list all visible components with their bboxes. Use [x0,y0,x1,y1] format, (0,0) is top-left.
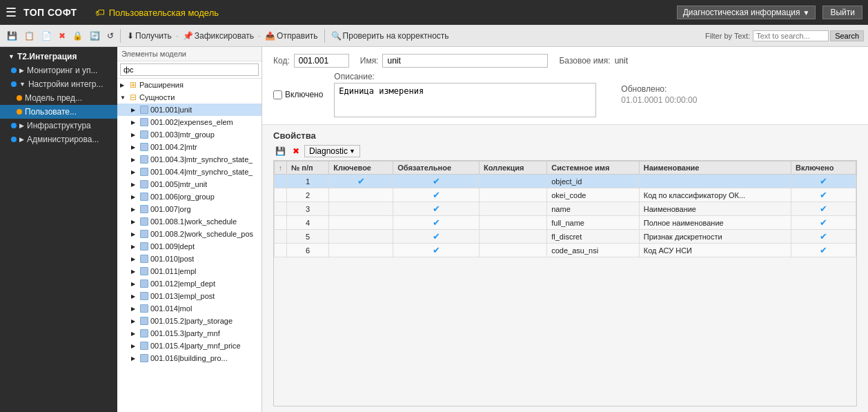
send-label: Отправить [277,31,318,41]
node-label: 001.015.4|party_mnf_price [150,342,241,350]
col-sysname[interactable]: Системное имя [547,161,639,175]
status-dot [17,95,22,101]
tree-node-001005[interactable]: ▶ 001.005|mtr_unit [117,178,262,190]
properties-section: Свойства 💾 ✖ Diagnostic ▼ ↑ № п/п Ключев… [262,125,868,412]
tree-node-0010044[interactable]: ▶ 001.004.4|mtr_synchro_state_ [117,166,262,178]
expand-icon: ▶ [120,82,127,88]
tree-node-0010042[interactable]: ▶ 001.004.2|mtr [117,141,262,153]
name-input[interactable] [382,54,548,68]
tree-node-0010152[interactable]: ▶ 001.015.2|party_storage [117,315,262,327]
table-row[interactable]: 5 ✔ fl_discret Признак дискретности ✔ [275,230,856,244]
cell-sort [275,230,287,244]
col-sort[interactable]: ↑ [275,161,287,175]
desc-field: Описание: Единица измерения [334,72,596,117]
props-delete-button[interactable]: ✖ [290,146,302,157]
send-button[interactable]: 📤 Отправить [262,30,321,42]
desc-textarea[interactable]: Единица измерения [334,83,596,117]
cell-displayname [639,175,791,188]
cell-key [329,216,393,230]
col-key[interactable]: Ключевое [329,161,393,175]
col-required[interactable]: Обязательное [393,161,480,175]
tree-node-0010154[interactable]: ▶ 001.015.4|party_mnf_price [117,340,262,352]
cell-sysname: fl_discret [547,230,639,244]
col-displayname[interactable]: Наименование [639,161,791,175]
cell-collection [479,188,546,202]
tree-node-001011[interactable]: ▶ 001.011|empl [117,265,262,277]
col-num[interactable]: № п/п [287,161,329,175]
props-save-button[interactable]: 💾 [273,146,288,157]
table-row[interactable]: 1 ✔ ✔ object_id ✔ [275,175,856,188]
check-icon: ✔ [820,245,827,255]
tree-node-0010153[interactable]: ▶ 001.015.3|party_mnf [117,327,262,340]
included-check[interactable] [273,90,282,99]
tree-node-001006[interactable]: ▶ 001.006|org_group [117,190,262,203]
filter-input[interactable] [753,30,829,41]
lock-button[interactable]: 🔒 [70,30,86,42]
tree-node-extensions[interactable]: ▶ ⊞ Расширения [117,79,262,91]
col-collection[interactable]: Коллекция [479,161,546,175]
expand-icon: ▶ [131,194,138,200]
check-icon: ✔ [820,190,827,200]
tree-node-0010082[interactable]: ▶ 001.008.2|work_schedule_pos [117,228,262,240]
search-button[interactable]: Search [830,30,864,41]
node-label: 001.015.2|party_storage [150,317,233,325]
get-button[interactable]: ⬇ Получить [124,30,175,42]
entity-icon [139,341,149,351]
refresh-button[interactable]: 🔄 [87,30,103,42]
expand-icon: ▶ [131,206,138,213]
included-checkbox[interactable]: Включено [273,90,323,99]
diagnostic-button[interactable]: Диагностическая информация ▼ [677,6,816,19]
menu-icon[interactable]: ☰ [6,5,17,20]
copy-button[interactable]: 📋 [21,30,37,42]
entity-icon [139,266,149,276]
sidebar-item-model[interactable]: Модель пред... [0,91,117,105]
table-row[interactable]: 2 ✔ okei_code Код по классификатору ОК..… [275,188,856,202]
exit-button[interactable]: Выйти [822,6,862,19]
entity-icon [139,254,149,264]
paste-button[interactable]: 📄 [39,30,55,42]
tree-node-0010043[interactable]: ▶ 001.004.3|mtr_synchro_state_ [117,153,262,166]
sidebar-item-monitoring[interactable]: ▶ Мониторинг и уп... [0,63,117,77]
tree-node-0010081[interactable]: ▶ 001.008.1|work_schedule [117,215,262,228]
sidebar-item-t2-integration[interactable]: ▼ Т2.Интеграция [0,50,117,63]
tree-node-001016[interactable]: ▶ 001.016|building_pro... [117,352,262,364]
diagnostic-dropdown-button[interactable]: Diagnostic ▼ [304,145,360,157]
entity-icon [139,117,149,127]
tree-node-001013[interactable]: ▶ 001.013|empl_post [117,290,262,302]
cell-num: 3 [287,202,329,216]
tree-body: ▶ ⊞ Расширения ▼ ⊟ Сущности ▶ 001.001|un… [117,79,262,412]
save-button[interactable]: 💾 [4,30,20,42]
entity-icon [139,217,149,226]
tree-node-001012[interactable]: ▶ 001.012|empl_dept [117,277,262,290]
tree-node-001007[interactable]: ▶ 001.007|org [117,203,262,215]
kod-input[interactable] [294,54,349,68]
tree-node-001002[interactable]: ▶ 001.002|expenses_elem [117,116,262,128]
check-icon: ✔ [820,217,827,228]
cell-displayname: Наименование [639,202,791,216]
tree-node-001014[interactable]: ▶ 001.014|mol [117,302,262,315]
undo-button[interactable]: ↺ [104,30,117,42]
node-label: 001.012|empl_dept [150,279,215,288]
col-included[interactable]: Включено [791,161,856,175]
table-row[interactable]: 6 ✔ code_asu_nsi Код АСУ НСИ ✔ [275,244,856,257]
sidebar-nav: ▼ Т2.Интеграция ▶ Мониторинг и уп... ▼ Н… [0,47,117,412]
tree-node-001001[interactable]: ▶ 001.001|unit [117,104,262,116]
tree-node-entities[interactable]: ▼ ⊟ Сущности [117,91,262,104]
sidebar-item-infra[interactable]: ▶ Инфраструктура [0,119,117,133]
tree-search-input[interactable] [120,63,259,76]
cell-key [329,230,393,244]
tree-node-001009[interactable]: ▶ 001.009|dept [117,240,262,253]
cell-key [329,244,393,257]
fix-button[interactable]: 📌 Зафиксировать [180,30,257,42]
table-row[interactable]: 3 ✔ name Наименование ✔ [275,202,856,216]
sidebar-item-usermodel[interactable]: Пользовате... [0,105,117,119]
sidebar-item-settings[interactable]: ▼ Настройки интегр... [0,77,117,91]
status-dot [11,137,17,142]
check-button[interactable]: 🔍 Проверить на корректность [328,30,452,42]
tree-node-001003[interactable]: ▶ 001.003|mtr_group [117,128,262,141]
tree-node-001010[interactable]: ▶ 001.010|post [117,253,262,265]
delete-button[interactable]: ✖ [56,30,68,42]
toolbar-sep3: - [258,31,261,41]
table-row[interactable]: 4 ✔ full_name Полное наименование ✔ [275,216,856,230]
sidebar-item-admin[interactable]: ▶ Администрирова... [0,133,117,146]
